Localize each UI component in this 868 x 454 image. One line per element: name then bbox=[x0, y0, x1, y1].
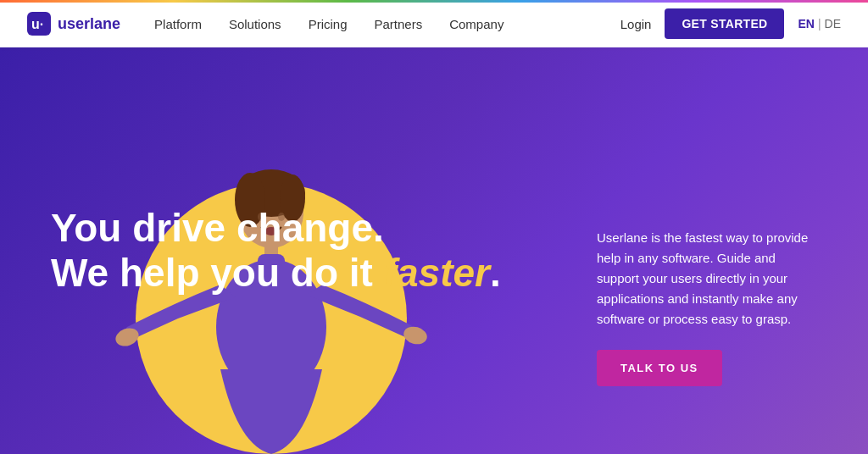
logo-text: userlane bbox=[58, 15, 120, 33]
logo[interactable]: u· userlane bbox=[27, 12, 120, 36]
lang-separator: | bbox=[818, 17, 821, 30]
nav-right: Login GET STARTED EN | DE bbox=[620, 8, 841, 39]
language-switcher: EN | DE bbox=[798, 17, 841, 30]
hero-section: You drive change. We help you do it fast… bbox=[0, 47, 868, 454]
nav-company[interactable]: Company bbox=[449, 17, 504, 31]
get-started-button[interactable]: GET STARTED bbox=[665, 8, 784, 39]
lang-en[interactable]: EN bbox=[798, 17, 814, 30]
hero-desc-text: Userlane is the fastest way to provide h… bbox=[597, 228, 817, 329]
hero-headline-line1: You drive change. bbox=[51, 206, 384, 250]
navbar: u· userlane Platform Solutions Pricing P… bbox=[0, 0, 868, 47]
nav-platform[interactable]: Platform bbox=[154, 17, 202, 31]
hero-line2-prefix: We help you do it bbox=[51, 251, 384, 295]
hero-headline-line2: We help you do it faster. bbox=[51, 251, 501, 295]
hero-period: . bbox=[490, 251, 501, 295]
svg-text:u·: u· bbox=[31, 17, 43, 31]
nav-solutions[interactable]: Solutions bbox=[229, 17, 281, 31]
userlane-logo-icon: u· bbox=[27, 12, 51, 36]
talk-to-us-button[interactable]: TALK TO US bbox=[597, 350, 722, 386]
hero-faster-word: faster bbox=[384, 251, 490, 295]
nav-partners[interactable]: Partners bbox=[374, 17, 422, 31]
hero-description: Userlane is the fastest way to provide h… bbox=[597, 228, 817, 386]
nav-pricing[interactable]: Pricing bbox=[309, 17, 348, 31]
lang-de[interactable]: DE bbox=[825, 17, 841, 30]
login-link[interactable]: Login bbox=[620, 17, 652, 31]
nav-links: Platform Solutions Pricing Partners Comp… bbox=[154, 17, 620, 31]
